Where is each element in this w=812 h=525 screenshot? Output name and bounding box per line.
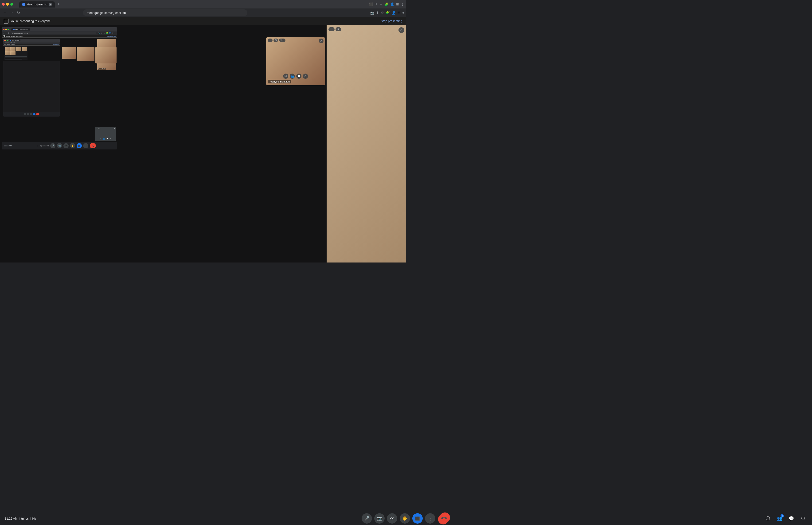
address-bar[interactable]: meet.google.com/tnj-esni-ikb (83, 10, 247, 16)
share-icon[interactable]: ⬆ (376, 11, 379, 15)
tile-more-btn[interactable]: ⋯ (267, 39, 273, 42)
cast-toolbar-icon[interactable]: 📷 (370, 11, 374, 15)
francois-medium-tile: François Beaufort ⋯ ⊞ You ⤢ ⓘ 👥 💬 ⬡ (266, 37, 325, 85)
nested-browser-window: Meet - tnj-esni-ikb × ← → ↻ meet.google.… (2, 27, 117, 149)
tile-people-btn[interactable]: 👥 (290, 74, 295, 79)
browser-control-close[interactable] (2, 3, 5, 6)
grid-icon[interactable]: ⊞ (398, 11, 400, 15)
star-icon[interactable]: ☆ (381, 11, 384, 15)
url-text: meet.google.com/tnj-esni-ikb (87, 11, 126, 15)
tile-expand-btn[interactable]: ⤢ (319, 39, 323, 43)
menu-icon[interactable]: ⋮ (401, 2, 404, 6)
downloads-icon[interactable]: ⬇ (375, 2, 378, 6)
split-view-icon[interactable]: ⊞ (396, 2, 399, 6)
cast-icon[interactable]: ⬛ (369, 2, 373, 6)
large-tile-more-btn[interactable]: ⋯ (328, 27, 335, 31)
back-btn[interactable]: ← (2, 10, 7, 16)
francois-large-tile: François Beaufort ⋯ ⊞ ⤢ (326, 25, 406, 262)
large-tile-pip-btn[interactable]: ⊞ (336, 27, 341, 31)
present-icon: ↑ (4, 19, 9, 24)
bookmark-icon[interactable]: ☆ (380, 2, 383, 6)
tab-favicon (22, 3, 25, 6)
tile-info-btn[interactable]: ⓘ (283, 74, 288, 79)
extensions-icon[interactable]: 🧩 (384, 2, 388, 6)
nested-presenting-text: You're presenting to everyone (5, 35, 22, 37)
new-tab-btn[interactable]: + (55, 1, 62, 7)
tab-title: Meet - tnj-esni-ikb (27, 3, 47, 6)
browser-control-minimize[interactable] (6, 3, 9, 6)
tile-pip-btn[interactable]: ⊞ (274, 39, 278, 42)
screen-share-area: Meet - tnj-esni-ikb × ← → ↻ meet.google.… (0, 25, 406, 262)
reload-btn[interactable]: ↻ (16, 10, 21, 16)
stop-presenting-btn[interactable]: Stop presenting (381, 19, 402, 23)
presenting-banner: ↑ You're presenting to everyone Stop pre… (0, 17, 406, 25)
active-tab[interactable]: Meet - tnj-esni-ikb × (19, 1, 55, 7)
tab-close-btn[interactable]: × (49, 3, 52, 6)
account-icon[interactable]: ● (402, 11, 404, 15)
puzzle-icon[interactable]: 🧩 (386, 11, 390, 15)
tile-activities-btn[interactable]: ⬡ (303, 74, 308, 79)
banner-text: You're presenting to everyone (10, 19, 51, 23)
forward-btn[interactable]: → (9, 10, 15, 16)
nested-stop-btn[interactable]: Stop presenting (107, 35, 116, 37)
browser-control-maximize[interactable] (10, 3, 13, 6)
person-icon[interactable]: 👤 (392, 11, 396, 15)
nested-url: meet.google.com/tnj-esni-ikb (12, 32, 28, 34)
nested-tab-title: Meet - tnj-esni-ikb (15, 29, 27, 30)
francois-med-label: François Beaufort (268, 80, 291, 84)
profile-icon[interactable]: 👤 (390, 2, 394, 6)
tile-chat-btn[interactable]: 💬 (296, 74, 302, 79)
large-tile-expand-btn[interactable]: ⤢ (398, 27, 404, 33)
